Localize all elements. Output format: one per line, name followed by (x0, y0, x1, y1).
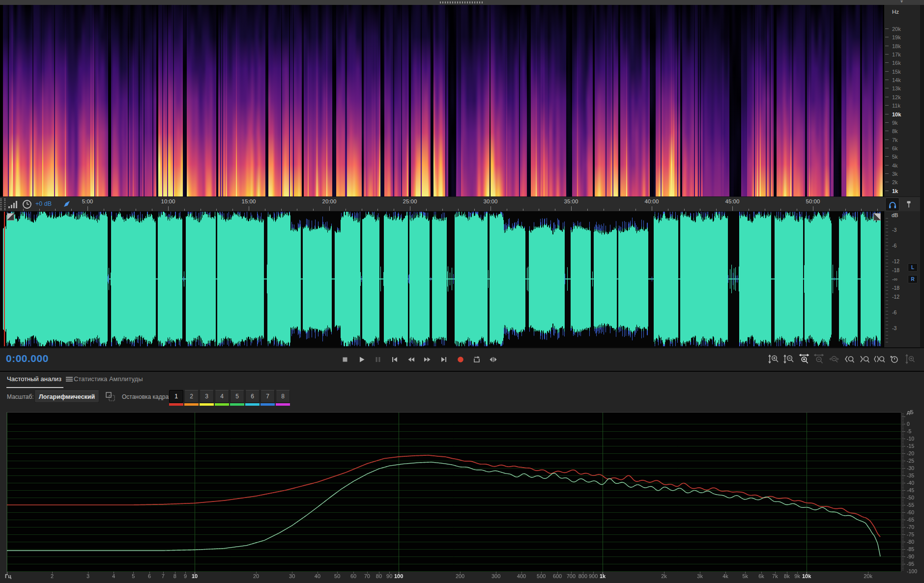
hold-button-2[interactable]: 2 (184, 390, 199, 403)
zoom-to-in-point-icon (844, 354, 855, 364)
hold-button-1[interactable]: 1 (169, 390, 183, 403)
db-tick (886, 325, 888, 325)
frequency-tick (885, 122, 889, 123)
time-tick (668, 209, 668, 211)
time-label: 20:00 (322, 198, 337, 204)
copy-frames-icon[interactable] (105, 391, 116, 402)
zoom-to-selection-width-button[interactable] (872, 352, 886, 366)
divider-grip[interactable] (440, 1, 484, 3)
waveform-panel[interactable]: dB L R ▲ -3-6-12-18-∞-18-12-6-3 (0, 211, 924, 347)
time-tick (87, 206, 88, 211)
skip-selection-icon (489, 356, 497, 363)
hold-button-8[interactable]: 8 (276, 390, 290, 403)
hold-color-bar (276, 403, 290, 406)
x-tick-label: 4k (722, 573, 728, 579)
reset-zoom-icon (889, 354, 900, 364)
x-tick-label: 30 (289, 573, 295, 579)
waveform-view[interactable] (0, 211, 884, 347)
hold-color-bar (260, 403, 275, 406)
zoom-out-vertical-icon (783, 354, 794, 364)
collapse-caret-icon[interactable]: ▾ (900, 0, 903, 4)
y-tick-label: -55 (907, 502, 914, 507)
spectrogram-view[interactable] (0, 5, 884, 196)
x-tick-label: 600 (553, 573, 562, 579)
x-tick-label: 20k (864, 573, 872, 579)
frequency-label: 17k (892, 52, 901, 57)
frequency-tick (885, 105, 889, 106)
stop-button[interactable] (338, 353, 352, 366)
db-tick (886, 246, 888, 246)
spectrogram-panel[interactable]: Hz 20k19k18k17k16k15k14k13k12k11k10k9k8k… (0, 5, 924, 196)
x-tick-label: 800 (578, 573, 587, 579)
clock-icon[interactable] (22, 199, 32, 210)
go-to-start-button[interactable] (388, 353, 402, 366)
db-tick (886, 321, 888, 322)
tab-frequency-analysis[interactable]: Частотный анализ (7, 375, 73, 383)
time-display[interactable]: 0:00.000 (6, 353, 49, 364)
zoom-in-horizontal-icon (799, 354, 809, 364)
db-tick (886, 235, 888, 236)
record-button[interactable] (454, 353, 467, 366)
db-tick (886, 297, 888, 298)
play-button[interactable] (355, 353, 369, 366)
scrollbar-track[interactable] (920, 5, 924, 347)
go-to-end-button[interactable] (437, 353, 451, 366)
zoom-to-out-point-button[interactable] (858, 352, 871, 366)
time-tick (362, 209, 362, 211)
panel-divider[interactable]: ▾ (0, 0, 924, 5)
timeline-ruler[interactable]: +0 dB 5:0010:0015:0020:0025:0030:0035:00… (0, 196, 924, 212)
transport-bar: 0:00.000 (0, 347, 924, 372)
scale-select[interactable]: Логарифмический (34, 390, 99, 403)
frequency-chart[interactable] (0, 408, 924, 583)
db-tick (886, 335, 888, 335)
skip-selection-button[interactable] (487, 353, 500, 366)
time-tick (780, 209, 781, 211)
tab-amplitude-statistics[interactable]: Статистика Амплитуды (74, 375, 143, 383)
pin-marker-button[interactable] (903, 198, 914, 210)
rewind-button[interactable] (404, 353, 418, 366)
selection-handle-left[interactable] (7, 213, 14, 221)
fast-forward-button[interactable] (421, 353, 434, 366)
frequency-tick (885, 37, 889, 37)
zoom-in-vertical-button[interactable] (767, 352, 780, 366)
time-tick (152, 209, 152, 211)
db-tick (886, 218, 888, 219)
hold-button-3[interactable]: 3 (200, 390, 214, 403)
hold-button-5[interactable]: 5 (230, 390, 244, 403)
gain-readout[interactable]: +0 dB (35, 200, 52, 207)
x-tick-label: 400 (517, 573, 526, 579)
frequency-scale: Hz 20k19k18k17k16k15k14k13k12k11k10k9k8k… (884, 5, 921, 196)
frequency-tick (885, 139, 889, 140)
ruler-grip[interactable] (0, 198, 5, 210)
monitor-headphones-button[interactable] (885, 197, 899, 211)
hold-color-bar (169, 403, 183, 406)
levels-icon[interactable] (8, 200, 19, 209)
reset-zoom-button[interactable] (888, 352, 901, 366)
zoom-full-vertical-button (903, 352, 917, 366)
zoom-to-in-point-button[interactable] (842, 352, 856, 366)
time-tick (829, 209, 830, 211)
time-tick (765, 209, 765, 211)
zoom-out-vertical-button[interactable] (782, 352, 796, 366)
playhead[interactable] (4, 212, 5, 346)
channel-right-badge[interactable]: R (908, 275, 918, 283)
time-label: 50:00 (806, 198, 820, 204)
channel-left-badge[interactable]: L (908, 263, 918, 272)
time-tick (474, 209, 475, 211)
frequency-label: 16k (892, 60, 901, 66)
snap-pin-icon[interactable] (63, 200, 71, 208)
selection-handle-right[interactable] (873, 213, 881, 221)
panel-menu-icon[interactable] (66, 377, 73, 382)
x-tick-label: 80 (376, 573, 382, 579)
hold-button-4[interactable]: 4 (215, 390, 229, 403)
record-icon (457, 356, 464, 363)
hold-button-7[interactable]: 7 (260, 390, 275, 403)
zoom-in-horizontal-button[interactable] (797, 352, 811, 366)
time-tick (507, 209, 507, 211)
db-tick (886, 222, 888, 222)
x-axis-unit: Гц (5, 573, 11, 579)
hold-button-6[interactable]: 6 (245, 390, 260, 403)
time-tick (55, 209, 56, 211)
time-tick (23, 209, 24, 211)
loop-playback-button[interactable] (470, 353, 484, 366)
